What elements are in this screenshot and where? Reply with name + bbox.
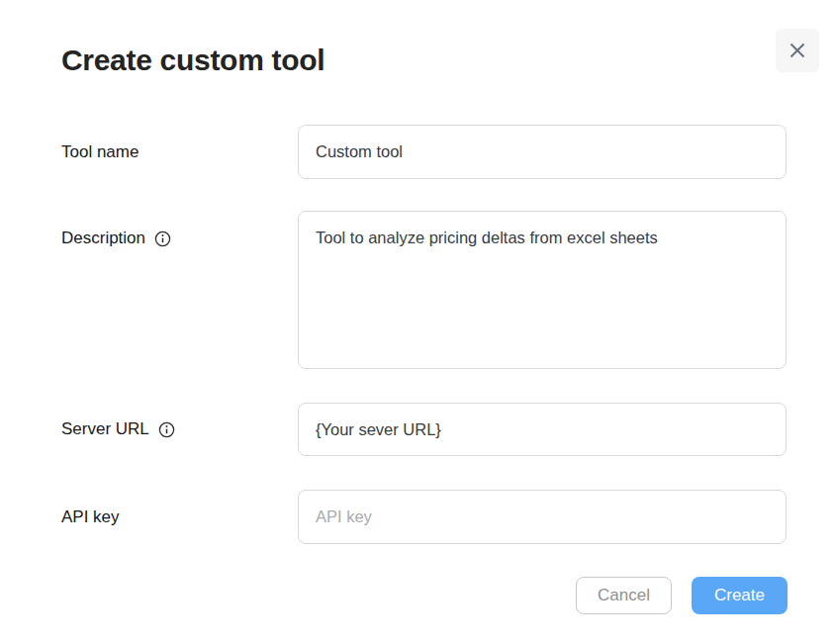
server-url-row: Server URL bbox=[61, 403, 787, 456]
description-label: Description bbox=[61, 211, 298, 248]
tool-name-label-text: Tool name bbox=[61, 142, 139, 162]
description-row: Description Tool to analyze pricing delt… bbox=[61, 211, 787, 369]
close-icon bbox=[788, 41, 807, 60]
api-key-label-text: API key bbox=[61, 507, 120, 527]
create-tool-form: Tool name Description Tool to analyze pr… bbox=[61, 125, 787, 544]
info-circle-icon[interactable] bbox=[158, 421, 175, 438]
tool-name-input[interactable] bbox=[298, 125, 787, 179]
server-url-input[interactable] bbox=[298, 403, 787, 456]
modal-footer: Cancel Create bbox=[576, 577, 788, 614]
server-url-label: Server URL bbox=[61, 419, 298, 439]
description-label-text: Description bbox=[61, 229, 145, 248]
page-title: Create custom tool bbox=[61, 44, 325, 77]
server-url-label-text: Server URL bbox=[61, 419, 149, 439]
create-button[interactable]: Create bbox=[692, 577, 788, 614]
tool-name-row: Tool name bbox=[61, 125, 787, 179]
info-circle-icon[interactable] bbox=[154, 230, 171, 247]
api-key-input[interactable] bbox=[298, 490, 787, 544]
api-key-row: API key bbox=[61, 490, 787, 544]
create-custom-tool-modal: Create custom tool Tool name Description bbox=[0, 0, 835, 644]
description-textarea[interactable]: Tool to analyze pricing deltas from exce… bbox=[298, 211, 787, 369]
close-button[interactable] bbox=[776, 29, 819, 72]
api-key-label: API key bbox=[61, 507, 298, 527]
tool-name-label: Tool name bbox=[61, 142, 298, 162]
cancel-button[interactable]: Cancel bbox=[576, 577, 672, 614]
